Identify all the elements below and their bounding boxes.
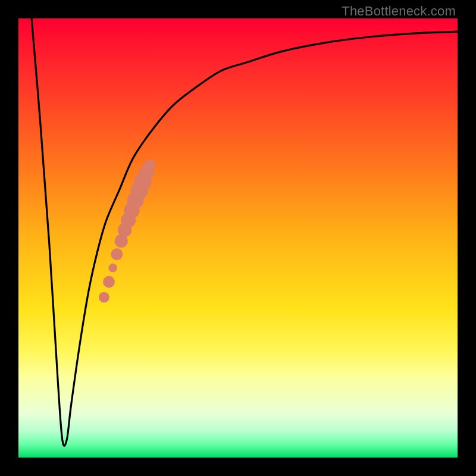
plot-area: [18, 18, 458, 458]
watermark-label: TheBottleneck.com: [342, 4, 456, 19]
curve-layer: [18, 18, 458, 458]
data-marker: [144, 159, 155, 171]
data-marker: [99, 292, 109, 303]
marker-cluster: [99, 159, 155, 303]
chart-frame: TheBottleneck.com: [0, 0, 476, 476]
data-marker: [108, 264, 117, 273]
bottleneck-curve: [32, 18, 458, 446]
data-marker: [103, 276, 115, 288]
data-marker: [111, 248, 123, 260]
